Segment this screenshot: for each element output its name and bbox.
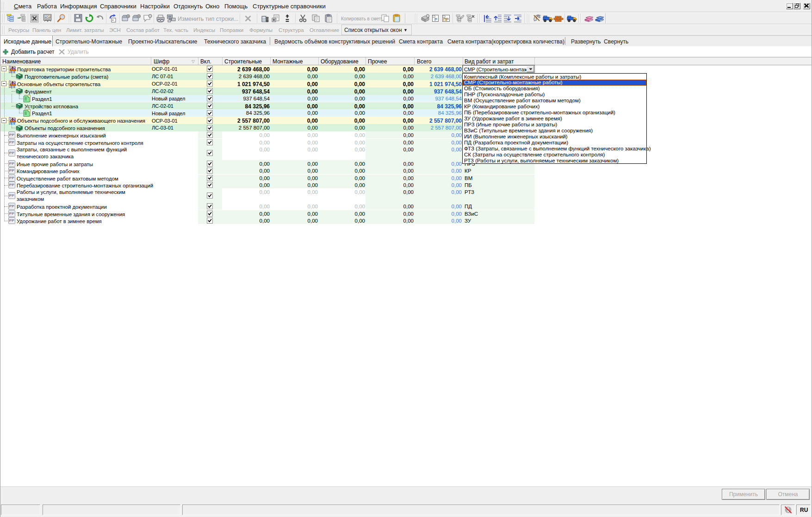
svg-text:ПР: ПР — [443, 17, 449, 22]
svg-text:P: P — [434, 17, 437, 22]
svg-text:PDF: PDF — [44, 15, 50, 18]
svg-text:*: * — [112, 19, 114, 23]
